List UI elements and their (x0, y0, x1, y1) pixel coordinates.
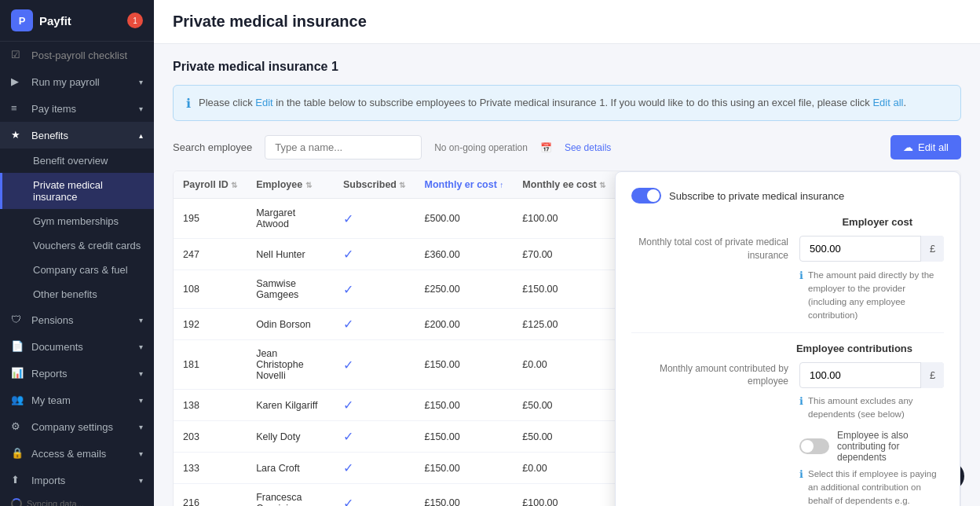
sidebar-item-pensions[interactable]: 🛡 Pensions ▾ (0, 306, 154, 333)
sort-icon[interactable]: ⇅ (399, 181, 405, 189)
dependents-toggle[interactable] (799, 438, 829, 454)
sort-icon[interactable]: ⇅ (599, 181, 605, 189)
cell-employee: Francesca Caccini (247, 484, 334, 507)
sidebar-sub-item-gym[interactable]: Gym memberships (0, 209, 154, 233)
cell-subscribed: ✓ (334, 239, 415, 270)
cloud-icon: ☁ (903, 141, 913, 153)
sidebar-sub-item-other[interactable]: Other benefits (0, 282, 154, 306)
cell-monthly-er: £150.00 (415, 340, 513, 390)
logo-text: Payfit (39, 14, 71, 28)
toolbar-left: Search employee No on-going operation 📅 … (173, 135, 611, 160)
sort-icon-active[interactable]: ↑ (499, 181, 503, 189)
sidebar-item-imports[interactable]: ⬆ Imports ▾ (0, 467, 154, 493)
field2-label: Monthly amount contributed by employee (631, 362, 788, 389)
shield-icon: 🛡 (11, 314, 24, 326)
field1-hint: The amount paid directly by the employer… (808, 269, 944, 323)
field1-hint-row: ℹ The amount paid directly by the employ… (631, 269, 944, 323)
sidebar-item-company-settings[interactable]: ⚙ Company settings ▾ (0, 413, 154, 440)
dependents-label: Employee is also contributing for depend… (837, 430, 944, 463)
sidebar-item-post-payroll[interactable]: ☑ Post-payroll checklist (0, 42, 154, 68)
chevron-icon: ▾ (139, 449, 143, 458)
employee-contrib-heading: Employee contributions (631, 343, 944, 354)
col-employee: Employee ⇅ (247, 171, 334, 199)
sidebar-sub-item-vouchers[interactable]: Vouchers & credit cards (0, 233, 154, 258)
cell-employee: Jean Christophe Novelli (247, 340, 334, 390)
gear-icon: ⚙ (11, 420, 24, 433)
see-details-link[interactable]: See details (565, 142, 611, 153)
cell-monthly-er: £150.00 (415, 421, 513, 453)
edit-all-link-inline[interactable]: Edit all (872, 97, 903, 108)
currency-badge-2: £ (920, 362, 944, 388)
edit-link-inline[interactable]: Edit (255, 97, 272, 108)
cell-employee: Nell Hunter (247, 239, 334, 270)
cell-monthly-ee: £70.00 (513, 239, 615, 270)
cell-payroll-id: 195 (174, 199, 247, 239)
cell-monthly-ee: £50.00 (513, 390, 615, 421)
file-icon: 📄 (11, 340, 24, 353)
search-input[interactable] (265, 135, 422, 160)
notification-badge[interactable]: 1 (127, 13, 143, 28)
employer-cost-heading: Employer cost (631, 216, 944, 228)
info-circle-icon-3: ℹ (799, 468, 803, 480)
cell-monthly-ee: £100.00 (513, 484, 615, 507)
cell-monthly-ee: £125.00 (513, 309, 615, 340)
cell-monthly-ee: £0.00 (513, 453, 615, 484)
cell-payroll-id: 247 (174, 239, 247, 270)
cell-employee: Margaret Atwood (247, 199, 334, 239)
sidebar-item-access-emails[interactable]: 🔒 Access & emails ▾ (0, 440, 154, 467)
sidebar-sub-item-benefit-overview[interactable]: Benefit overview (0, 148, 154, 173)
sidebar-item-documents[interactable]: 📄 Documents ▾ (0, 333, 154, 360)
main-content: Private medical insurance Private medica… (154, 0, 980, 506)
chevron-icon: ▾ (139, 104, 143, 113)
content-area: Private medical insurance 1 ℹ Please cli… (154, 44, 980, 506)
section-title: Private medical insurance 1 (173, 60, 961, 74)
dependents-hint: Select this if employee is paying an add… (808, 468, 944, 506)
sidebar-item-pay-items[interactable]: ≡ Pay items ▾ (0, 95, 154, 122)
sidebar-item-reports[interactable]: 📊 Reports ▾ (0, 360, 154, 387)
col-payroll-id: Payroll ID ⇅ (174, 171, 247, 199)
cell-employee: Karen Kilgariff (247, 390, 334, 421)
field2-hint-row: ℹ This amount excludes any dependents (s… (631, 394, 944, 422)
list-icon: ≡ (11, 102, 24, 115)
dependents-hint-row: ℹ Select this if employee is paying an a… (631, 468, 944, 506)
sidebar-item-benefits[interactable]: ★ Benefits ▴ (0, 122, 154, 148)
cell-employee: Kelly Doty (247, 421, 334, 453)
cell-subscribed: ✓ (334, 453, 415, 484)
cell-monthly-ee: £100.00 (513, 199, 615, 239)
cell-employee: Odin Borson (247, 309, 334, 340)
sidebar-sub-item-private-medical[interactable]: Private medical insurance (0, 173, 154, 209)
cell-monthly-er: £150.00 (415, 390, 513, 421)
sidebar-item-my-team[interactable]: 👥 My team ▾ (0, 387, 154, 413)
employee-contrib-section: Employee contributions Monthly amount co… (631, 343, 944, 506)
chevron-icon: ▾ (139, 396, 143, 405)
field2-row: Monthly amount contributed by employee £ (631, 362, 944, 389)
sort-icon[interactable]: ⇅ (305, 181, 312, 189)
cell-subscribed: ✓ (334, 199, 415, 239)
field2-hint: This amount excludes any dependents (see… (808, 394, 944, 422)
sidebar-item-run-payroll[interactable]: ▶ Run my payroll ▾ (0, 68, 154, 95)
subscribe-toggle[interactable] (631, 188, 661, 204)
sidebar-sub-item-cars[interactable]: Company cars & fuel (0, 258, 154, 282)
col-subscribed: Subscribed ⇅ (334, 171, 415, 199)
cell-monthly-ee: £50.00 (513, 421, 615, 453)
cell-monthly-er: £250.00 (415, 270, 513, 309)
chevron-icon: ▾ (139, 78, 143, 86)
chevron-icon: ▾ (139, 423, 143, 431)
cell-payroll-id: 192 (174, 309, 247, 340)
sort-icon[interactable]: ⇅ (231, 181, 237, 189)
col-monthly-er: Monthly er cost ↑ (415, 171, 513, 199)
cell-payroll-id: 108 (174, 270, 247, 309)
cell-payroll-id: 138 (174, 390, 247, 421)
cell-subscribed: ✓ (334, 421, 415, 453)
sync-status: Syncing data... (0, 493, 154, 506)
cell-payroll-id: 216 (174, 484, 247, 507)
info-circle-icon: ℹ (799, 270, 803, 281)
edit-all-button[interactable]: ☁ Edit all (890, 135, 961, 160)
chevron-up-icon: ▴ (139, 131, 143, 140)
logo-icon: P (11, 9, 33, 31)
chevron-icon: ▾ (139, 316, 143, 324)
toggle-row: Subscribe to private medical insurance (631, 188, 944, 204)
toolbar: Search employee No on-going operation 📅 … (173, 135, 961, 160)
cell-monthly-ee: £150.00 (513, 270, 615, 309)
cell-employee: Lara Croft (247, 453, 334, 484)
